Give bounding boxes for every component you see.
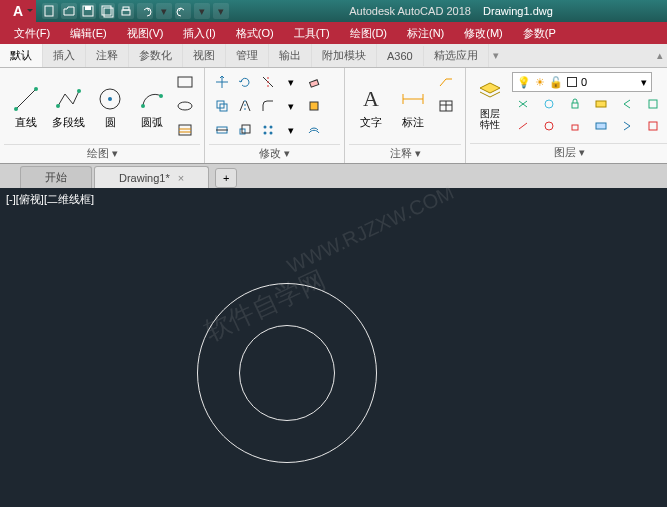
annot-more-icon[interactable] [435, 120, 457, 140]
doc-tab-drawing1[interactable]: Drawing1* × [94, 166, 209, 188]
chevron-down-icon[interactable]: ▾ [194, 3, 210, 19]
svg-point-34 [270, 132, 273, 135]
stretch-icon[interactable] [211, 120, 233, 140]
layer-unlock-icon[interactable] [564, 116, 586, 136]
layer-freeze-icon[interactable] [538, 94, 560, 114]
chamfer-icon[interactable]: ▾ [280, 96, 302, 116]
app-menu-button[interactable]: A [0, 0, 36, 22]
panel-layers-title[interactable]: 图层▾ [470, 143, 667, 161]
svg-rect-6 [123, 7, 129, 10]
rotate-icon[interactable] [234, 72, 256, 92]
qat-customize-icon[interactable]: ▾ [213, 3, 229, 19]
polyline-button[interactable]: 多段线 [48, 72, 88, 142]
open-icon[interactable] [61, 3, 77, 19]
tab-default[interactable]: 默认 [0, 44, 43, 67]
layer-off-icon[interactable] [512, 94, 534, 114]
save-icon[interactable] [80, 3, 96, 19]
tab-parametric[interactable]: 参数化 [129, 44, 183, 67]
table-icon[interactable] [435, 96, 457, 116]
viewport-label[interactable]: [-][俯视][二维线框] [6, 192, 94, 207]
new-icon[interactable] [42, 3, 58, 19]
erase-icon[interactable] [303, 72, 325, 92]
menu-dim[interactable]: 标注(N) [397, 23, 454, 44]
layer-properties-button[interactable]: 图层 特性 [472, 76, 508, 132]
move-icon[interactable] [211, 72, 233, 92]
menu-tools[interactable]: 工具(T) [284, 23, 340, 44]
svg-rect-42 [572, 103, 578, 108]
trim-icon[interactable] [257, 72, 279, 92]
svg-point-9 [34, 87, 38, 91]
fillet-icon[interactable] [257, 96, 279, 116]
doc-tab-start[interactable]: 开始 [20, 166, 92, 188]
leader-icon[interactable] [435, 72, 457, 92]
ellipse-icon[interactable] [174, 96, 196, 116]
panel-draw-title[interactable]: 绘图▾ [4, 144, 200, 161]
text-label: 文字 [360, 115, 382, 130]
svg-rect-47 [596, 123, 606, 129]
sun-icon: ☀ [535, 76, 545, 89]
tab-manage[interactable]: 管理 [226, 44, 269, 67]
drawing-canvas[interactable]: [-][俯视][二维线框] WWW.RJZXW.COM 软件自学网 [0, 188, 667, 507]
tab-insert[interactable]: 插入 [43, 44, 86, 67]
panel-modify-title[interactable]: 修改▾ [209, 144, 340, 161]
line-button[interactable]: 直线 [6, 72, 46, 142]
add-tab-button[interactable]: + [215, 168, 237, 188]
svg-point-41 [545, 100, 553, 108]
tab-addins[interactable]: 附加模块 [312, 44, 377, 67]
menu-insert[interactable]: 插入(I) [173, 23, 225, 44]
inner-circle [239, 325, 335, 421]
layer-uniso-icon[interactable] [642, 116, 664, 136]
svg-rect-18 [179, 125, 191, 135]
array-icon[interactable] [257, 120, 279, 140]
rectangle-icon[interactable] [174, 72, 196, 92]
polyline-label: 多段线 [52, 115, 85, 130]
menu-modify[interactable]: 修改(M) [454, 23, 513, 44]
layer-state-icon[interactable] [590, 116, 612, 136]
panel-annot-title[interactable]: 注释▾ [349, 144, 461, 161]
menu-param[interactable]: 参数(P [513, 23, 566, 44]
menu-view[interactable]: 视图(V) [117, 23, 174, 44]
mirror-icon[interactable] [234, 96, 256, 116]
scale-icon[interactable] [234, 120, 256, 140]
undo-icon[interactable] [137, 3, 153, 19]
menu-format[interactable]: 格式(O) [226, 23, 284, 44]
array-drop-icon[interactable]: ▾ [280, 120, 302, 140]
chevron-down-icon: ▾ [112, 147, 118, 160]
print-icon[interactable] [118, 3, 134, 19]
menu-draw[interactable]: 绘图(D) [340, 23, 397, 44]
layer-dropdown[interactable]: 💡 ☀ 🔓 0 ▾ [512, 72, 652, 92]
dimension-button[interactable]: 标注 [393, 72, 433, 142]
tab-overflow-icon[interactable]: ▾ [489, 49, 503, 62]
chevron-down-icon[interactable]: ▾ [156, 3, 172, 19]
tab-featured[interactable]: 精选应用 [424, 44, 489, 67]
text-button[interactable]: A 文字 [351, 72, 391, 142]
layer-match-icon[interactable] [590, 94, 612, 114]
hatch-icon[interactable] [174, 120, 196, 140]
circle-label: 圆 [105, 115, 116, 130]
close-icon[interactable]: × [178, 172, 184, 184]
explode-icon[interactable] [303, 96, 325, 116]
tab-view[interactable]: 视图 [183, 44, 226, 67]
layer-iso-icon[interactable] [642, 94, 664, 114]
saveas-icon[interactable] [99, 3, 115, 19]
lock-icon: 🔓 [549, 76, 563, 89]
layer-walk-icon[interactable] [616, 116, 638, 136]
layer-prev-icon[interactable] [616, 94, 638, 114]
extend-icon[interactable]: ▾ [280, 72, 302, 92]
layer-lock-icon[interactable] [564, 94, 586, 114]
circle-button[interactable]: 圆 [90, 72, 130, 142]
panel-modify: ▾ ▾ ▾ 修改▾ [205, 68, 345, 163]
copy-icon[interactable] [211, 96, 233, 116]
menu-file[interactable]: 文件(F) [4, 23, 60, 44]
menu-edit[interactable]: 编辑(E) [60, 23, 117, 44]
offset-icon[interactable] [303, 120, 325, 140]
watermark: WWW.RJZXW.COM [284, 181, 458, 278]
arc-button[interactable]: 圆弧 [132, 72, 172, 142]
ribbon-minimize-icon[interactable]: ▴ [653, 49, 667, 62]
redo-icon[interactable] [175, 3, 191, 19]
tab-a360[interactable]: A360 [377, 46, 424, 66]
layer-thaw-icon[interactable] [538, 116, 560, 136]
tab-output[interactable]: 输出 [269, 44, 312, 67]
layer-on-icon[interactable] [512, 116, 534, 136]
tab-annotate[interactable]: 注释 [86, 44, 129, 67]
